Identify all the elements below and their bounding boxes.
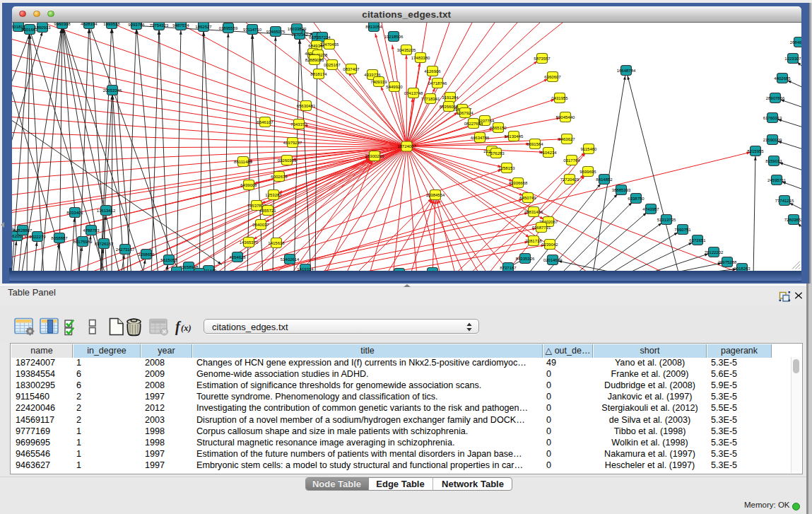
svg-text:6546107: 6546107 [257, 119, 273, 124]
svg-text:8159013: 8159013 [765, 158, 782, 163]
svg-text:8414852: 8414852 [596, 177, 613, 181]
svg-text:24595711: 24595711 [767, 177, 787, 182]
svg-text:4743957: 4743957 [642, 206, 659, 211]
svg-text:1415618: 1415618 [268, 240, 285, 245]
svg-text:08227654: 08227654 [464, 121, 483, 125]
svg-text:24273167: 24273167 [116, 247, 135, 251]
svg-text:0025167: 0025167 [324, 62, 341, 66]
svg-text:6450749: 6450749 [519, 195, 536, 199]
svg-text:0317764: 0317764 [563, 158, 580, 162]
svg-text:7343373: 7343373 [290, 122, 307, 126]
svg-text:07413748: 07413748 [404, 90, 423, 95]
svg-text:80175989: 80175989 [73, 239, 93, 243]
svg-text:0640037: 0640037 [252, 222, 269, 226]
svg-text:09260309: 09260309 [278, 158, 297, 162]
svg-text:21590109: 21590109 [763, 137, 782, 141]
svg-text:8737167: 8737167 [500, 265, 517, 269]
svg-text:28907866: 28907866 [766, 95, 785, 100]
svg-text:1253287: 1253287 [265, 192, 282, 197]
svg-text:97114710: 97114710 [243, 27, 262, 31]
svg-text:20053346: 20053346 [103, 88, 122, 92]
svg-text:5449920: 5449920 [386, 84, 403, 88]
svg-text:1258153: 1258153 [498, 165, 515, 170]
svg-text:8813054: 8813054 [365, 24, 382, 28]
svg-text:4264628: 4264628 [229, 255, 246, 259]
svg-text:1993518: 1993518 [103, 23, 120, 26]
svg-text:3191284: 3191284 [442, 95, 459, 99]
svg-text:7576283: 7576283 [488, 151, 505, 155]
svg-text:8058887: 8058887 [51, 235, 68, 240]
svg-text:4504000: 4504000 [424, 270, 441, 271]
svg-text:4333776: 4333776 [364, 72, 381, 76]
svg-text:29975288: 29975288 [718, 259, 737, 264]
svg-text:4402685: 4402685 [774, 76, 791, 80]
svg-text:9699695: 9699695 [579, 169, 596, 173]
svg-text:65630481: 65630481 [297, 103, 316, 107]
svg-text:4628194: 4628194 [81, 23, 98, 26]
svg-text:0431955: 0431955 [551, 95, 568, 100]
svg-text:4655721: 4655721 [259, 208, 276, 212]
svg-text:82828807: 82828807 [13, 228, 33, 232]
svg-text:41979237: 41979237 [283, 140, 302, 144]
svg-text:6360607: 6360607 [544, 74, 561, 78]
svg-text:9022279: 9022279 [29, 234, 46, 238]
svg-text:7357224: 7357224 [314, 35, 331, 39]
svg-text:0837407: 0837407 [343, 66, 360, 71]
svg-text:7990751: 7990751 [674, 227, 691, 231]
svg-text:51402614: 51402614 [281, 257, 300, 261]
svg-text:56130445: 56130445 [505, 134, 524, 138]
svg-text:25300203: 25300203 [365, 153, 384, 158]
svg-text:8033401: 8033401 [66, 210, 83, 214]
svg-text:1860913: 1860913 [34, 25, 51, 29]
svg-text:7409319: 7409319 [370, 79, 387, 83]
svg-text:38885393: 38885393 [612, 187, 631, 192]
svg-text:6691564: 6691564 [526, 141, 543, 146]
svg-text:9093786: 9093786 [128, 23, 145, 27]
svg-text:1067924: 1067924 [457, 110, 473, 115]
svg-text:1862527: 1862527 [195, 24, 212, 28]
svg-text:72803852: 72803852 [784, 217, 801, 221]
svg-text:97465075: 97465075 [266, 29, 286, 33]
svg-text:14365370: 14365370 [240, 240, 259, 244]
svg-text:1419314: 1419314 [297, 267, 314, 271]
svg-text:0239042: 0239042 [541, 242, 558, 246]
svg-text:1223307: 1223307 [784, 56, 801, 60]
svg-text:28831436: 28831436 [524, 209, 543, 214]
svg-text:5873557: 5873557 [534, 56, 551, 60]
svg-text:26846563: 26846563 [790, 40, 801, 44]
svg-text:7058649: 7058649 [168, 269, 185, 271]
svg-text:4104234: 4104234 [540, 150, 557, 154]
svg-text:49306668: 49306668 [509, 180, 528, 185]
svg-text:77718341: 77718341 [421, 96, 440, 100]
svg-text:22470455: 22470455 [320, 42, 339, 46]
svg-text:19218506: 19218506 [384, 34, 404, 38]
svg-text:6372651: 6372651 [689, 238, 706, 242]
svg-text:13613412: 13613412 [97, 208, 116, 212]
svg-text:19384554: 19384554 [426, 192, 445, 197]
svg-text:0018263: 0018263 [734, 266, 751, 270]
svg-text:02014620: 02014620 [543, 257, 563, 262]
svg-text:16648784: 16648784 [617, 68, 636, 72]
svg-text:9960308: 9960308 [54, 23, 71, 26]
svg-text:4126906: 4126906 [424, 69, 441, 73]
svg-text:44634786: 44634786 [471, 135, 490, 139]
svg-text:01895559: 01895559 [219, 25, 238, 30]
svg-text:6338750: 6338750 [628, 196, 645, 200]
svg-text:2281718: 2281718 [525, 238, 542, 243]
svg-text:83726167: 83726167 [95, 241, 114, 245]
svg-text:18724007: 18724007 [397, 144, 416, 148]
svg-text:9463627: 9463627 [558, 136, 575, 141]
svg-text:6002675: 6002675 [271, 174, 288, 178]
svg-text:5515058: 5515058 [160, 257, 177, 262]
svg-text:51313735: 51313735 [657, 217, 676, 221]
svg-text:79754323: 79754323 [150, 23, 169, 27]
svg-text:3268656: 3268656 [138, 252, 155, 256]
svg-text:86111489: 86111489 [234, 159, 252, 163]
svg-text:6565150: 6565150 [490, 125, 507, 129]
svg-text:17483380: 17483380 [411, 55, 430, 59]
svg-text:84335326: 84335326 [516, 256, 535, 260]
svg-text:77741215: 77741215 [775, 198, 794, 202]
svg-text:4788783: 4788783 [83, 228, 100, 232]
svg-text:85356068: 85356068 [440, 104, 459, 108]
svg-text:61760313: 61760313 [763, 115, 782, 119]
